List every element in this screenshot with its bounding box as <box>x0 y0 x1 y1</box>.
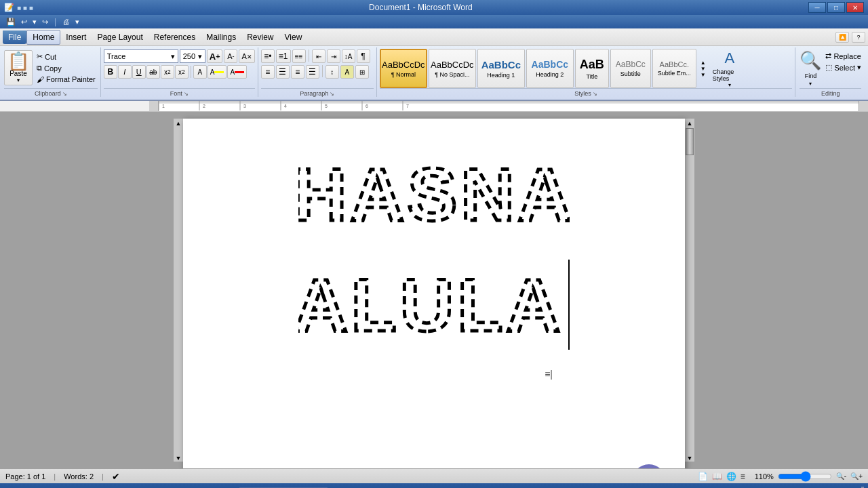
scroll-up-btn[interactable]: ▲ <box>687 120 693 127</box>
increase-indent-button[interactable]: ⇥ <box>327 49 340 63</box>
text-effects-button[interactable]: A <box>193 65 207 79</box>
watermark-logo: m <box>632 464 666 468</box>
change-styles-label: Change Styles <box>713 68 747 82</box>
highlight-color-bar <box>214 71 224 73</box>
vertical-scroll-bar-left[interactable]: ▲ ▼ <box>174 119 183 462</box>
view-normal-btn[interactable]: 📄 <box>698 472 708 481</box>
font-grow-button[interactable]: A+ <box>207 49 223 63</box>
close-button[interactable]: ✕ <box>846 2 864 13</box>
highlight-button[interactable]: A <box>208 65 227 79</box>
zoom-out-icon[interactable]: 🔍- <box>836 472 846 480</box>
style-subtle-em[interactable]: AaBbCc. Subtle Em... <box>652 49 696 88</box>
style-normal-preview: AaBbCcDc <box>382 60 425 70</box>
paste-button[interactable]: 📋 Paste ▾ <box>4 50 33 85</box>
print-quick-btn[interactable]: 🖨 <box>60 17 72 26</box>
paragraph-section-label[interactable]: Paragraph ↘ <box>261 88 374 97</box>
style-nospace-label: ¶ No Spaci... <box>435 71 469 78</box>
strikethrough-button[interactable]: ab <box>146 65 160 79</box>
style-no-spacing[interactable]: AaBbCcDc ¶ No Spaci... <box>429 49 476 88</box>
ribbon: 📋 Paste ▾ ✂ Cut ⧉ Copy 🖌 Format P <box>0 46 868 101</box>
underline-button[interactable]: U <box>132 65 146 79</box>
undo-dropdown-btn[interactable]: ▾ <box>31 17 39 27</box>
font-size-dropdown[interactable]: 250 ▾ <box>180 49 205 63</box>
scroll-down-btn[interactable]: ▼ <box>687 455 693 462</box>
paragraph-expand-icon: ↘ <box>330 91 334 97</box>
style-subtleem-label: Subtle Em... <box>658 70 691 77</box>
align-center-button[interactable]: ☰ <box>276 65 290 79</box>
styles-expand-icon: ↘ <box>593 91 597 97</box>
superscript-button[interactable]: x2 <box>175 65 189 79</box>
status-bar: Page: 1 of 1 | Words: 2 | ✔ 📄 📖 🌐 ≡ 110%… <box>0 468 868 483</box>
menu-references[interactable]: References <box>149 30 201 44</box>
word-count: Words: 2 <box>64 472 94 481</box>
customize-quick-btn[interactable]: ▾ <box>73 17 81 27</box>
numbering-button[interactable]: ≡1 <box>276 49 291 63</box>
font-divider <box>191 66 191 78</box>
style-heading1[interactable]: AaBbCc Heading 1 <box>477 49 525 88</box>
cut-button[interactable]: ✂ Cut <box>35 52 98 62</box>
line-spacing-button[interactable]: ↕ <box>326 65 339 79</box>
view-outline-btn[interactable]: ≡ <box>741 472 745 481</box>
font-color-button[interactable]: A <box>227 65 247 79</box>
menu-mailings[interactable]: Mailings <box>201 30 241 44</box>
ribbon-help-btn[interactable]: ? <box>852 32 865 43</box>
subscript-button[interactable]: x2 <box>161 65 174 79</box>
document-page[interactable]: HASNA ALULA m muslimin ontak ≡| <box>183 119 685 468</box>
styles-more-button[interactable]: ▲ ▼ ▼ <box>698 49 709 88</box>
scroll-down-arrow[interactable]: ▼ <box>176 455 182 462</box>
svg-text:7: 7 <box>406 104 409 108</box>
style-heading2[interactable]: AaBbCc Heading 2 <box>526 49 574 88</box>
ribbon-minimize-btn[interactable]: 🔼 <box>835 32 849 43</box>
select-button[interactable]: ⬚ Select ▾ <box>825 63 861 72</box>
clipboard-section-label[interactable]: Clipboard ↘ <box>4 88 98 97</box>
spell-check-icon[interactable]: ✔ <box>112 471 120 482</box>
menu-insert[interactable]: Insert <box>60 30 92 44</box>
bullets-button[interactable]: ≡• <box>261 49 275 63</box>
borders-button[interactable]: ⊞ <box>355 65 369 79</box>
find-button[interactable]: 🔍 Find ▾ <box>800 50 821 87</box>
redo-quick-btn[interactable]: ↪ <box>40 17 50 27</box>
menu-page-layout[interactable]: Page Layout <box>92 30 148 44</box>
font-name-dropdown[interactable]: Trace ▾ <box>104 49 178 63</box>
font-section-label[interactable]: Font ↘ <box>104 88 255 97</box>
copy-button[interactable]: ⧉ Copy <box>35 63 98 73</box>
zoom-in-icon[interactable]: 🔍+ <box>850 472 863 480</box>
show-marks-button[interactable]: ¶ <box>357 49 370 63</box>
justify-button[interactable]: ☰ <box>306 65 319 79</box>
style-title[interactable]: AaB Title <box>575 49 609 88</box>
align-left-button[interactable]: ≡ <box>261 65 275 79</box>
scroll-thumb[interactable] <box>686 128 694 155</box>
style-h1-preview: AaBbCc <box>481 59 521 70</box>
clear-formatting-button[interactable]: A✕ <box>239 49 254 63</box>
format-painter-button[interactable]: 🖌 Format Painter <box>35 75 98 84</box>
align-right-button[interactable]: ≡ <box>291 65 304 79</box>
italic-button[interactable]: I <box>118 65 132 79</box>
save-quick-btn[interactable]: 💾 <box>4 17 18 27</box>
view-reading-btn[interactable]: 📖 <box>712 472 722 481</box>
styles-section-label[interactable]: Styles ↘ <box>380 88 793 97</box>
decrease-indent-button[interactable]: ⇤ <box>312 49 326 63</box>
style-normal[interactable]: AaBbCcDc ¶ Normal <box>380 49 427 88</box>
menu-view[interactable]: View <box>279 30 308 44</box>
zoom-slider[interactable] <box>778 472 832 481</box>
minimize-button[interactable]: ─ <box>808 2 826 13</box>
shading-button[interactable]: A <box>340 65 354 79</box>
scroll-up-arrow[interactable]: ▲ <box>176 120 182 127</box>
view-web-btn[interactable]: 🌐 <box>726 472 736 481</box>
style-subtitle[interactable]: AaBbCc Subtitle <box>610 49 651 88</box>
menu-home[interactable]: Home <box>26 30 60 45</box>
vertical-scroll-bar[interactable]: ▲ ▼ <box>685 119 694 462</box>
change-styles-button[interactable]: A Change Styles ▾ <box>713 49 747 88</box>
clipboard-sub-buttons: ✂ Cut ⧉ Copy 🖌 Format Painter <box>35 52 98 84</box>
menu-file[interactable]: File <box>3 30 26 44</box>
bold-button[interactable]: B <box>104 65 117 79</box>
maximize-button[interactable]: □ <box>827 2 845 13</box>
window-controls: ─ □ ✕ <box>808 2 864 13</box>
sort-button[interactable]: ↕A <box>342 49 355 63</box>
multilevel-button[interactable]: ≡≡ <box>292 49 306 63</box>
font-shrink-button[interactable]: A- <box>224 49 237 63</box>
menu-review[interactable]: Review <box>241 30 279 44</box>
undo-quick-btn[interactable]: ↩ <box>19 17 29 27</box>
replace-button[interactable]: ⇄ Replace <box>825 52 861 60</box>
status-left: Page: 1 of 1 | Words: 2 | ✔ <box>5 471 120 482</box>
